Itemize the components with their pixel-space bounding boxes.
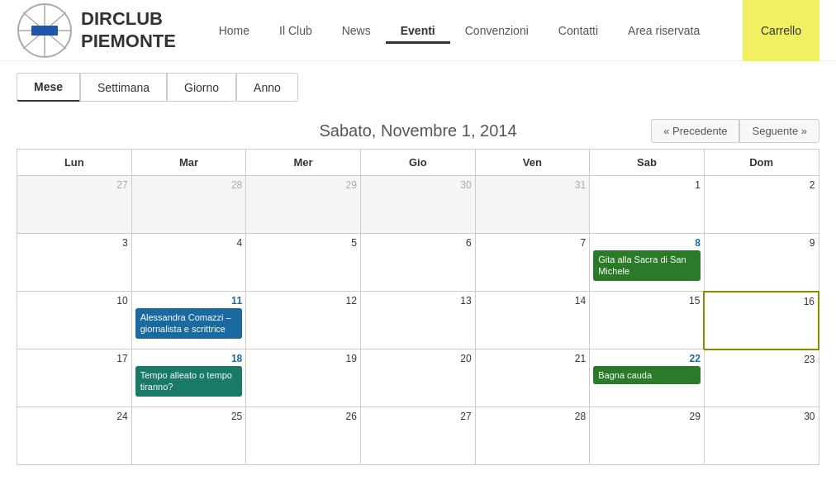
header-dom: Dom (704, 150, 819, 176)
table-row: 27 (360, 407, 475, 465)
day-number: 1 (593, 179, 701, 191)
table-row: 27 (17, 176, 132, 234)
day-number: 27 (21, 179, 128, 191)
logo-icon (17, 2, 73, 59)
table-row: 11Alessandra Comazzi – giornalista e scr… (131, 292, 246, 349)
calendar-grid: Lun Mar Mer Gio Ven Sab Dom 272829303112… (17, 149, 819, 465)
table-row: 14 (475, 292, 590, 349)
day-number: 30 (708, 411, 815, 422)
table-row: 9 (704, 234, 819, 292)
day-number: 22 (593, 353, 701, 364)
tab-giorno[interactable]: Giorno (167, 73, 236, 102)
event-block[interactable]: Tempo alleato o tempo tiranno? (135, 366, 243, 397)
day-number: 6 (364, 237, 472, 249)
table-row: 1 (590, 176, 705, 234)
table-row: 28 (131, 176, 246, 234)
table-row: 21 (475, 349, 590, 407)
prev-button[interactable]: « Precedente (651, 119, 739, 143)
day-number: 24 (21, 411, 128, 422)
table-row: 22Bagna cauda (590, 349, 705, 407)
day-number: 19 (249, 353, 357, 364)
nav-convenzioni[interactable]: Convenzioni (450, 17, 544, 44)
header-mer: Mer (246, 150, 361, 176)
tab-mese[interactable]: Mese (17, 73, 80, 102)
nav-home[interactable]: Home (204, 17, 264, 44)
day-number: 17 (21, 353, 128, 364)
header-gio: Gio (360, 150, 475, 176)
table-row: 2 (704, 176, 819, 234)
day-number: 8 (593, 237, 701, 249)
table-row: 8Gita alla Sacra di San Michele (590, 234, 705, 292)
table-row: 16 (704, 292, 819, 349)
table-row: 19 (246, 349, 361, 407)
table-row: 31 (475, 176, 590, 234)
table-row: 5 (246, 234, 361, 292)
day-number: 27 (364, 411, 472, 422)
day-number: 13 (364, 295, 472, 307)
nav-eventi[interactable]: Eventi (386, 17, 450, 44)
header-lun: Lun (17, 150, 132, 176)
table-row: 3 (17, 234, 132, 292)
table-row: 24 (17, 407, 132, 465)
day-number: 21 (479, 353, 587, 364)
header: DIRCLUB PIEMONTE Home Il Club News Event… (0, 0, 836, 61)
table-row: 20 (360, 349, 475, 407)
nav-area-riservata[interactable]: Area riservata (613, 17, 715, 44)
calendar-wrap: Lun Mar Mer Gio Ven Sab Dom 272829303112… (0, 149, 836, 482)
day-number: 30 (364, 179, 472, 191)
table-row: 6 (360, 234, 475, 292)
table-row: 18Tempo alleato o tempo tiranno? (131, 349, 246, 407)
day-number: 26 (249, 411, 357, 422)
day-number: 31 (479, 179, 587, 191)
day-number: 12 (249, 295, 357, 307)
table-row: 30 (360, 176, 475, 234)
day-number: 10 (21, 295, 128, 307)
table-row: 13 (360, 292, 475, 349)
day-number: 4 (135, 237, 243, 249)
table-row: 30 (704, 407, 819, 465)
day-number: 29 (593, 411, 701, 422)
day-number: 14 (479, 295, 587, 307)
table-row: 10 (17, 292, 132, 349)
day-number: 16 (708, 296, 815, 307)
day-number: 7 (479, 237, 587, 249)
day-number: 29 (249, 179, 357, 191)
day-number: 15 (593, 295, 700, 307)
calendar-nav-btns: « Precedente Seguente » (651, 119, 819, 143)
table-row: 29 (246, 176, 361, 234)
table-row: 15 (590, 292, 705, 349)
logo-area: DIRCLUB PIEMONTE (17, 2, 176, 59)
day-number: 25 (135, 411, 243, 422)
nav-il-club[interactable]: Il Club (264, 17, 327, 44)
event-block[interactable]: Gita alla Sacra di San Michele (593, 250, 701, 281)
logo-text: DIRCLUB PIEMONTE (81, 8, 176, 52)
day-number: 28 (135, 179, 243, 191)
day-number: 5 (249, 237, 357, 249)
day-number: 18 (135, 353, 243, 364)
table-row: 23 (704, 349, 819, 407)
day-number: 3 (21, 237, 128, 249)
tab-anno[interactable]: Anno (236, 73, 298, 102)
day-number: 9 (708, 237, 815, 249)
next-button[interactable]: Seguente » (739, 119, 819, 143)
day-number: 23 (708, 354, 815, 365)
header-mar: Mar (131, 150, 246, 176)
main-nav: Home Il Club News Eventi Convenzioni Con… (204, 17, 715, 44)
carrello-button[interactable]: Carrello (743, 0, 819, 61)
nav-contatti[interactable]: Contatti (544, 17, 613, 44)
nav-news[interactable]: News (327, 17, 386, 44)
table-row: 25 (131, 407, 246, 465)
calendar-day-headers: Lun Mar Mer Gio Ven Sab Dom (17, 150, 819, 176)
view-tabs: Mese Settimana Giorno Anno (0, 61, 836, 113)
table-row: 29 (590, 407, 705, 465)
tab-settimana[interactable]: Settimana (80, 73, 167, 102)
calendar-title: Sabato, Novembre 1, 2014 (319, 121, 516, 140)
event-block[interactable]: Alessandra Comazzi – giornalista e scrit… (135, 308, 243, 339)
header-sab: Sab (590, 150, 705, 176)
day-number: 2 (708, 179, 815, 191)
event-block[interactable]: Bagna cauda (593, 366, 701, 384)
header-ven: Ven (475, 150, 590, 176)
table-row: 26 (246, 407, 361, 465)
calendar-header-row: Sabato, Novembre 1, 2014 « Precedente Se… (0, 113, 836, 149)
table-row: 28 (475, 407, 590, 465)
